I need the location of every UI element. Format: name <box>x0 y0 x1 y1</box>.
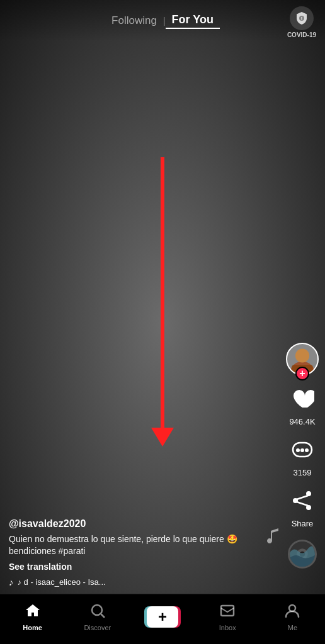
share-icon <box>290 489 314 516</box>
discover-label: Discover <box>84 624 111 631</box>
inbox-icon <box>219 602 236 621</box>
follow-plus-button[interactable]: + <box>295 367 309 380</box>
right-actions: + 946.4K 3159 <box>286 343 319 569</box>
nav-create[interactable]: + <box>130 606 195 628</box>
comment-icon <box>290 438 314 465</box>
bottom-navigation: Home Discover + Inbox <box>0 594 325 644</box>
nav-discover[interactable]: Discover <box>65 602 130 631</box>
arrow-annotation <box>151 157 174 447</box>
svg-text:!: ! <box>301 16 302 21</box>
create-button[interactable]: + <box>147 606 178 628</box>
plus-btn-center: + <box>147 606 178 628</box>
covid-shield-icon: ! <box>290 6 314 30</box>
like-action[interactable]: 946.4K <box>289 387 315 426</box>
following-tab[interactable]: Following <box>105 14 163 27</box>
music-info[interactable]: ♪ ♪ d - isaac_eliceo - Isa... <box>9 577 281 587</box>
me-icon <box>284 602 300 621</box>
home-label: Home <box>23 624 42 631</box>
likes-count: 946.4K <box>289 417 315 426</box>
svg-point-6 <box>300 448 304 452</box>
see-translation-button[interactable]: See translation <box>9 562 281 572</box>
share-action[interactable]: Share <box>290 489 314 528</box>
music-note-icon: ♪ <box>9 577 14 587</box>
me-label: Me <box>288 624 297 631</box>
bottom-info: @isavaldez2020 Quien no demuestra lo que… <box>9 518 281 587</box>
svg-point-3 <box>295 348 309 362</box>
svg-line-18 <box>101 614 105 618</box>
inbox-label: Inbox <box>219 624 236 631</box>
username[interactable]: @isavaldez2020 <box>9 518 281 530</box>
arrow-head <box>151 428 174 447</box>
svg-point-17 <box>92 605 102 615</box>
heart-icon <box>290 387 314 414</box>
top-navigation: Following | For You ! COVID-19 <box>0 0 325 42</box>
discover-icon <box>89 602 106 621</box>
covid-label: COVID-19 <box>287 31 316 38</box>
svg-point-5 <box>296 448 300 452</box>
covid-button[interactable]: ! COVID-19 <box>287 6 316 38</box>
svg-rect-19 <box>221 606 234 616</box>
nav-inbox[interactable]: Inbox <box>195 602 260 631</box>
music-title: ♪ d - isaac_eliceo - Isa... <box>18 577 106 587</box>
music-disc[interactable] <box>288 540 317 569</box>
home-icon <box>25 602 41 621</box>
creator-avatar[interactable]: + <box>286 343 319 375</box>
svg-point-7 <box>305 448 309 452</box>
svg-point-20 <box>289 605 295 611</box>
video-caption: Quien no demuestra lo que siente, pierde… <box>9 533 281 558</box>
share-label: Share <box>292 519 314 528</box>
nav-home[interactable]: Home <box>0 602 65 631</box>
svg-line-13 <box>297 502 308 506</box>
plus-symbol: + <box>158 609 167 625</box>
svg-line-12 <box>297 496 308 499</box>
arrow-line <box>161 157 164 428</box>
comment-action[interactable]: 3159 <box>290 438 314 477</box>
foryou-tab[interactable]: For You <box>166 13 220 29</box>
nav-me[interactable]: Me <box>260 602 325 631</box>
comments-count: 3159 <box>294 468 312 477</box>
